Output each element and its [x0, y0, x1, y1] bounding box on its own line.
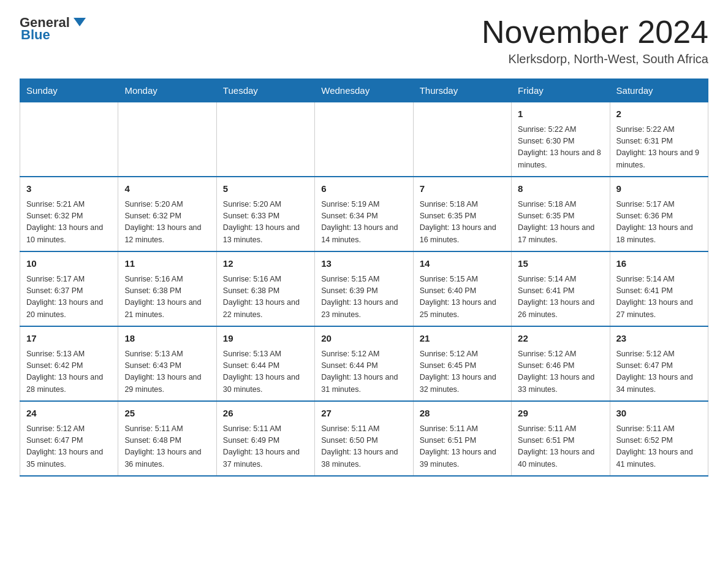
weekday-header-saturday: Saturday — [610, 79, 708, 102]
day-number: 2 — [616, 107, 702, 121]
calendar-cell: 25Sunrise: 5:11 AM Sunset: 6:48 PM Dayli… — [118, 401, 216, 476]
day-number: 13 — [321, 257, 406, 271]
page-header: General Blue November 2024 Klerksdorp, N… — [20, 15, 708, 66]
day-info: Sunrise: 5:15 AM Sunset: 6:40 PM Dayligh… — [420, 274, 505, 321]
day-number: 30 — [616, 407, 702, 421]
calendar-cell: 16Sunrise: 5:14 AM Sunset: 6:41 PM Dayli… — [610, 251, 708, 326]
calendar-cell — [20, 102, 118, 177]
calendar-cell: 26Sunrise: 5:11 AM Sunset: 6:49 PM Dayli… — [216, 401, 314, 476]
day-info: Sunrise: 5:18 AM Sunset: 6:35 PM Dayligh… — [420, 199, 505, 247]
calendar-cell: 29Sunrise: 5:11 AM Sunset: 6:51 PM Dayli… — [512, 401, 610, 476]
day-info: Sunrise: 5:18 AM Sunset: 6:35 PM Dayligh… — [518, 199, 603, 247]
weekday-header-wednesday: Wednesday — [315, 79, 413, 102]
day-number: 20 — [321, 332, 406, 346]
logo-blue-text: Blue — [21, 27, 50, 43]
day-info: Sunrise: 5:11 AM Sunset: 6:51 PM Dayligh… — [420, 423, 505, 471]
day-number: 8 — [518, 182, 603, 196]
day-number: 21 — [420, 332, 505, 346]
calendar-cell: 2Sunrise: 5:22 AM Sunset: 6:31 PM Daylig… — [610, 102, 708, 177]
day-info: Sunrise: 5:20 AM Sunset: 6:32 PM Dayligh… — [124, 199, 210, 247]
calendar-week-row: 10Sunrise: 5:17 AM Sunset: 6:37 PM Dayli… — [20, 251, 708, 326]
day-info: Sunrise: 5:11 AM Sunset: 6:48 PM Dayligh… — [124, 423, 210, 471]
day-number: 1 — [518, 107, 603, 121]
day-number: 27 — [321, 407, 406, 421]
calendar-header-row: SundayMondayTuesdayWednesdayThursdayFrid… — [20, 79, 708, 102]
day-info: Sunrise: 5:22 AM Sunset: 6:31 PM Dayligh… — [616, 124, 702, 172]
calendar-cell: 1Sunrise: 5:22 AM Sunset: 6:30 PM Daylig… — [512, 102, 610, 177]
day-info: Sunrise: 5:17 AM Sunset: 6:37 PM Dayligh… — [26, 274, 112, 321]
calendar-cell: 5Sunrise: 5:20 AM Sunset: 6:33 PM Daylig… — [216, 177, 314, 251]
day-info: Sunrise: 5:12 AM Sunset: 6:44 PM Dayligh… — [321, 348, 406, 396]
calendar-week-row: 3Sunrise: 5:21 AM Sunset: 6:32 PM Daylig… — [20, 177, 708, 251]
title-block: November 2024 Klerksdorp, North-West, So… — [482, 15, 708, 66]
calendar-cell: 21Sunrise: 5:12 AM Sunset: 6:45 PM Dayli… — [413, 326, 511, 401]
day-info: Sunrise: 5:14 AM Sunset: 6:41 PM Dayligh… — [518, 274, 603, 321]
calendar-cell: 28Sunrise: 5:11 AM Sunset: 6:51 PM Dayli… — [413, 401, 511, 476]
day-number: 17 — [26, 332, 112, 346]
calendar-cell: 22Sunrise: 5:12 AM Sunset: 6:46 PM Dayli… — [512, 326, 610, 401]
calendar-cell: 9Sunrise: 5:17 AM Sunset: 6:36 PM Daylig… — [610, 177, 708, 251]
day-number: 29 — [518, 407, 603, 421]
day-info: Sunrise: 5:22 AM Sunset: 6:30 PM Dayligh… — [518, 124, 603, 172]
day-number: 14 — [420, 257, 505, 271]
day-info: Sunrise: 5:11 AM Sunset: 6:49 PM Dayligh… — [223, 423, 308, 471]
calendar-cell — [413, 102, 511, 177]
calendar-cell — [315, 102, 413, 177]
day-number: 23 — [616, 332, 702, 346]
location-subtitle: Klerksdorp, North-West, South Africa — [482, 52, 708, 66]
calendar-cell: 23Sunrise: 5:12 AM Sunset: 6:47 PM Dayli… — [610, 326, 708, 401]
calendar-cell: 27Sunrise: 5:11 AM Sunset: 6:50 PM Dayli… — [315, 401, 413, 476]
day-info: Sunrise: 5:17 AM Sunset: 6:36 PM Dayligh… — [616, 199, 702, 247]
day-number: 18 — [124, 332, 210, 346]
day-number: 16 — [616, 257, 702, 271]
weekday-header-tuesday: Tuesday — [216, 79, 314, 102]
day-number: 6 — [321, 182, 406, 196]
day-info: Sunrise: 5:12 AM Sunset: 6:47 PM Dayligh… — [616, 348, 702, 396]
day-number: 5 — [223, 182, 308, 196]
day-info: Sunrise: 5:21 AM Sunset: 6:32 PM Dayligh… — [26, 199, 112, 247]
logo-icon — [71, 13, 88, 30]
weekday-header-monday: Monday — [118, 79, 216, 102]
calendar-cell: 15Sunrise: 5:14 AM Sunset: 6:41 PM Dayli… — [512, 251, 610, 326]
calendar-cell: 6Sunrise: 5:19 AM Sunset: 6:34 PM Daylig… — [315, 177, 413, 251]
calendar-week-row: 24Sunrise: 5:12 AM Sunset: 6:47 PM Dayli… — [20, 401, 708, 476]
calendar-cell: 24Sunrise: 5:12 AM Sunset: 6:47 PM Dayli… — [20, 401, 118, 476]
calendar-cell: 10Sunrise: 5:17 AM Sunset: 6:37 PM Dayli… — [20, 251, 118, 326]
day-info: Sunrise: 5:14 AM Sunset: 6:41 PM Dayligh… — [616, 274, 702, 321]
calendar-cell: 14Sunrise: 5:15 AM Sunset: 6:40 PM Dayli… — [413, 251, 511, 326]
day-number: 28 — [420, 407, 505, 421]
day-number: 12 — [223, 257, 308, 271]
day-number: 24 — [26, 407, 112, 421]
day-info: Sunrise: 5:11 AM Sunset: 6:52 PM Dayligh… — [616, 423, 702, 471]
calendar-cell: 30Sunrise: 5:11 AM Sunset: 6:52 PM Dayli… — [610, 401, 708, 476]
calendar-cell — [118, 102, 216, 177]
calendar-cell: 8Sunrise: 5:18 AM Sunset: 6:35 PM Daylig… — [512, 177, 610, 251]
calendar-cell: 7Sunrise: 5:18 AM Sunset: 6:35 PM Daylig… — [413, 177, 511, 251]
calendar-cell: 12Sunrise: 5:16 AM Sunset: 6:38 PM Dayli… — [216, 251, 314, 326]
weekday-header-sunday: Sunday — [20, 79, 118, 102]
day-number: 26 — [223, 407, 308, 421]
day-number: 11 — [124, 257, 210, 271]
month-title: November 2024 — [482, 15, 708, 50]
calendar-table: SundayMondayTuesdayWednesdayThursdayFrid… — [20, 79, 708, 477]
day-info: Sunrise: 5:13 AM Sunset: 6:44 PM Dayligh… — [223, 348, 308, 396]
day-info: Sunrise: 5:16 AM Sunset: 6:38 PM Dayligh… — [124, 274, 210, 321]
day-info: Sunrise: 5:20 AM Sunset: 6:33 PM Dayligh… — [223, 199, 308, 247]
calendar-cell: 11Sunrise: 5:16 AM Sunset: 6:38 PM Dayli… — [118, 251, 216, 326]
day-number: 3 — [26, 182, 112, 196]
day-number: 22 — [518, 332, 603, 346]
day-info: Sunrise: 5:16 AM Sunset: 6:38 PM Dayligh… — [223, 274, 308, 321]
day-number: 19 — [223, 332, 308, 346]
day-number: 9 — [616, 182, 702, 196]
day-info: Sunrise: 5:19 AM Sunset: 6:34 PM Dayligh… — [321, 199, 406, 247]
day-number: 7 — [420, 182, 505, 196]
calendar-cell: 20Sunrise: 5:12 AM Sunset: 6:44 PM Dayli… — [315, 326, 413, 401]
calendar-cell — [216, 102, 314, 177]
day-info: Sunrise: 5:12 AM Sunset: 6:45 PM Dayligh… — [420, 348, 505, 396]
calendar-cell: 3Sunrise: 5:21 AM Sunset: 6:32 PM Daylig… — [20, 177, 118, 251]
day-number: 25 — [124, 407, 210, 421]
day-number: 15 — [518, 257, 603, 271]
day-number: 4 — [124, 182, 210, 196]
calendar-cell: 19Sunrise: 5:13 AM Sunset: 6:44 PM Dayli… — [216, 326, 314, 401]
day-number: 10 — [26, 257, 112, 271]
